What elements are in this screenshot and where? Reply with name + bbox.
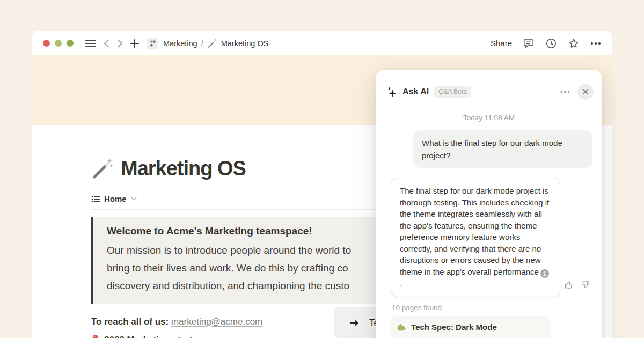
citation-badge[interactable]: 1: [540, 269, 549, 278]
new-page-icon[interactable]: [130, 39, 139, 48]
traffic-lights: [43, 40, 74, 47]
source-pages-list: Tech Spec: Dark Mode Dark mode project k…: [391, 316, 550, 338]
breadcrumb-separator: /: [201, 39, 203, 48]
ai-answer-text: The final step for our dark mode project…: [400, 186, 549, 276]
page-title: Marketing OS: [121, 157, 246, 180]
thumbs-up-icon[interactable]: [565, 280, 574, 289]
source-page-item[interactable]: Dark mode project kickoff: [397, 334, 544, 338]
ask-ai-header: Ask AI Q&A Beta: [376, 70, 602, 100]
panel-more-icon[interactable]: [560, 91, 570, 93]
wand-icon: [91, 158, 113, 180]
ai-answer-bubble: The final step for our dark mode project…: [391, 178, 560, 297]
nav-back-icon[interactable]: [104, 39, 109, 48]
wand-icon: [207, 39, 217, 48]
history-clock-icon[interactable]: [545, 38, 557, 49]
arrow-right-icon: [348, 318, 360, 328]
ask-ai-panel: Ask AI Q&A Beta Today 11:08 AM What is t…: [376, 70, 602, 338]
contact-label: To reach all of us:: [91, 317, 169, 327]
user-message-bubble: What is the final step for our dark mode…: [413, 130, 592, 168]
chat-timestamp: Today 11:08 AM: [376, 114, 602, 122]
panel-close-icon[interactable]: [577, 84, 594, 100]
zoom-window-icon[interactable]: [67, 40, 74, 47]
sidebar-toggle-icon[interactable]: [85, 39, 96, 48]
puzzle-icon: [397, 322, 406, 332]
breadcrumb-parent[interactable]: Marketing: [163, 39, 197, 48]
comments-icon[interactable]: [523, 38, 535, 49]
chevron-down-icon[interactable]: [131, 197, 137, 201]
source-page-item[interactable]: Tech Spec: Dark Mode: [397, 320, 544, 334]
contact-email-link[interactable]: marketing@acme.com: [171, 317, 262, 327]
qa-beta-badge: Q&A Beta: [434, 86, 471, 98]
nav-forward-icon[interactable]: [117, 39, 123, 48]
more-options-icon[interactable]: [590, 42, 601, 45]
favorite-star-icon[interactable]: [568, 38, 580, 49]
pushpin-icon: [91, 334, 99, 338]
tab-home[interactable]: Home: [104, 194, 127, 203]
pages-found-label: 10 pages found: [392, 304, 602, 312]
sparkle-icon: [386, 86, 398, 98]
source-page-title: Tech Spec: Dark Mode: [411, 322, 497, 332]
list-view-icon: [91, 195, 100, 203]
ai-answer-suffix: .: [400, 279, 402, 288]
breadcrumb-current[interactable]: Marketing OS: [221, 39, 269, 48]
browser-titlebar: Marketing / Marketing OS Share: [32, 31, 612, 55]
feedback-buttons: [565, 280, 590, 289]
notion-ai-icon[interactable]: [147, 38, 158, 49]
share-button[interactable]: Share: [491, 39, 512, 48]
minimize-window-icon[interactable]: [55, 40, 62, 47]
ask-ai-title: Ask AI: [402, 87, 429, 97]
thumbs-down-icon[interactable]: [581, 280, 590, 289]
close-window-icon[interactable]: [43, 40, 50, 47]
pinned-page-title: 2023 Marketing strategy: [104, 335, 208, 338]
